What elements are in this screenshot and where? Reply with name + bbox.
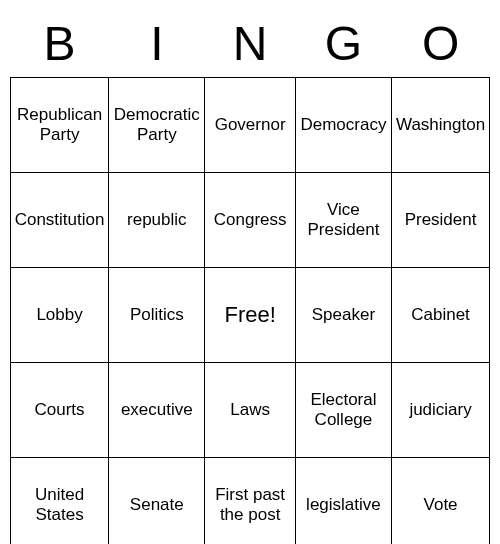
bingo-cell[interactable]: judiciary	[392, 363, 490, 458]
bingo-cell[interactable]: Courts	[11, 363, 109, 458]
bingo-free-cell[interactable]: Free!	[205, 268, 295, 363]
bingo-cell[interactable]: President	[392, 173, 490, 268]
bingo-cell[interactable]: Congress	[205, 173, 295, 268]
bingo-cell[interactable]: First past the post	[205, 458, 295, 545]
bingo-row: Republican Party Democratic Party Govern…	[11, 78, 490, 173]
bingo-row: Courts executive Laws Electoral College …	[11, 363, 490, 458]
header-g: G	[295, 10, 391, 78]
bingo-cell[interactable]: Washington	[392, 78, 490, 173]
header-i: I	[109, 10, 205, 78]
bingo-cell[interactable]: Constitution	[11, 173, 109, 268]
bingo-cell[interactable]: legislative	[295, 458, 391, 545]
bingo-cell[interactable]: Republican Party	[11, 78, 109, 173]
header-o: O	[392, 10, 490, 78]
bingo-cell[interactable]: executive	[109, 363, 205, 458]
bingo-cell[interactable]: republic	[109, 173, 205, 268]
bingo-cell[interactable]: Senate	[109, 458, 205, 545]
bingo-cell[interactable]: Democracy	[295, 78, 391, 173]
bingo-cell[interactable]: Democratic Party	[109, 78, 205, 173]
bingo-cell[interactable]: Governor	[205, 78, 295, 173]
bingo-cell[interactable]: Speaker	[295, 268, 391, 363]
bingo-cell[interactable]: Electoral College	[295, 363, 391, 458]
header-n: N	[205, 10, 295, 78]
bingo-row: Constitution republic Congress Vice Pres…	[11, 173, 490, 268]
header-b: B	[11, 10, 109, 78]
bingo-cell[interactable]: Laws	[205, 363, 295, 458]
bingo-row: United States Senate First past the post…	[11, 458, 490, 545]
bingo-cell[interactable]: Vice President	[295, 173, 391, 268]
bingo-cell[interactable]: Vote	[392, 458, 490, 545]
bingo-cell[interactable]: United States	[11, 458, 109, 545]
bingo-header-row: B I N G O	[11, 10, 490, 78]
bingo-cell[interactable]: Lobby	[11, 268, 109, 363]
bingo-row: Lobby Politics Free! Speaker Cabinet	[11, 268, 490, 363]
bingo-cell[interactable]: Politics	[109, 268, 205, 363]
bingo-cell[interactable]: Cabinet	[392, 268, 490, 363]
bingo-card: B I N G O Republican Party Democratic Pa…	[10, 10, 490, 544]
